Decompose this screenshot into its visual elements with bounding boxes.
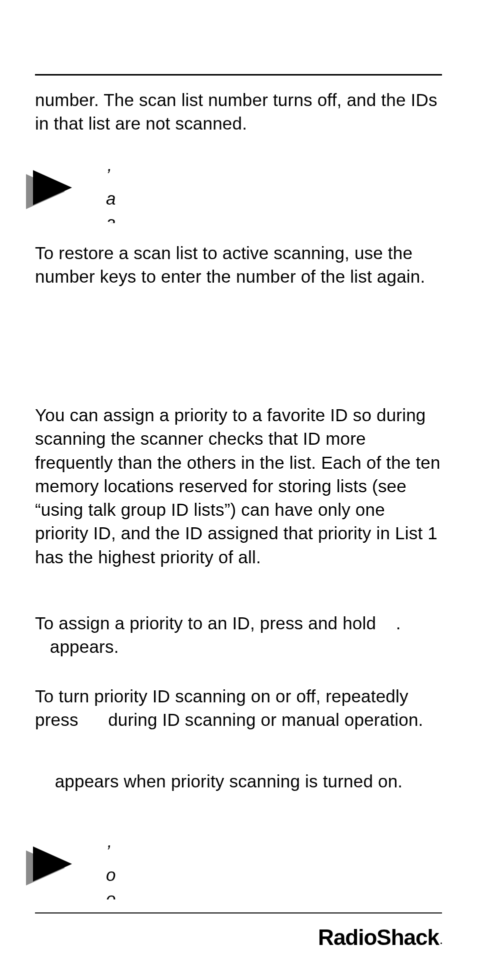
top-rule [35, 74, 442, 76]
note-text-line: ’ [106, 163, 117, 187]
paragraph: To restore a scan list to active scannin… [35, 241, 442, 289]
note-text-line: ’ [106, 839, 117, 863]
note-text-line: o [106, 863, 117, 886]
paragraph: To assign a priority to an ID, press and… [35, 611, 442, 659]
play-icon [26, 846, 86, 891]
brand-logo: RadioShack. [318, 925, 442, 950]
svg-marker-1 [33, 170, 72, 205]
svg-marker-3 [33, 846, 72, 881]
brand-dot: . [440, 936, 442, 946]
note-text-fragment: ’ o o [106, 839, 117, 899]
paragraph: You can assign a priority to a favorite … [35, 403, 442, 569]
document-page: number. The scan list number turns off, … [0, 0, 477, 980]
paragraph: To turn priority ID scanning on or off, … [35, 684, 442, 732]
note-text-line: o [106, 887, 117, 900]
note-text-line: a [106, 187, 117, 210]
paragraph: number. The scan list number turns off, … [35, 88, 442, 136]
note-text-fragment: ’ a a [106, 163, 117, 223]
note-marker: ’ a a [26, 170, 86, 215]
paragraph: appears when priority scanning is turned… [35, 769, 442, 793]
note-marker: ’ o o [26, 846, 86, 891]
play-icon [26, 170, 86, 215]
note-text-line: a [106, 211, 117, 224]
brand-text: RadioShack [318, 925, 439, 949]
bottom-rule [35, 912, 442, 913]
